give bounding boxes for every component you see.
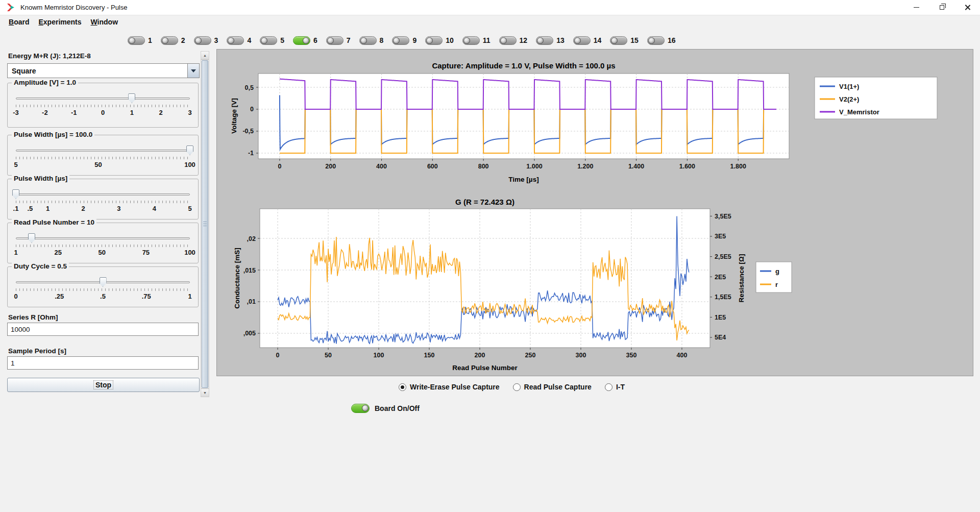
slider-thumb[interactable] xyxy=(186,145,193,155)
slider-thumb[interactable] xyxy=(128,93,135,103)
svg-text:V_Memristor: V_Memristor xyxy=(839,108,879,116)
slider-track[interactable] xyxy=(16,237,190,239)
slider-thumb[interactable] xyxy=(12,189,19,199)
slider[interactable] xyxy=(16,145,190,156)
toggle-knob xyxy=(611,37,618,44)
slider-track[interactable] xyxy=(16,97,190,100)
radio-option-3[interactable]: I-T xyxy=(605,383,625,391)
slider[interactable] xyxy=(16,189,190,200)
slider[interactable] xyxy=(16,277,190,287)
channel-switch-8[interactable]: 8 xyxy=(359,36,384,45)
switch-label: 10 xyxy=(446,36,454,44)
channel-switch-3[interactable]: 3 xyxy=(194,36,218,45)
slider-track[interactable] xyxy=(16,193,190,196)
menu-window[interactable]: Window xyxy=(86,16,123,28)
svg-text:-0,5: -0,5 xyxy=(242,128,254,135)
slider-labels: 1255075100 xyxy=(16,249,190,258)
radio-circle[interactable] xyxy=(605,383,612,391)
restore-button[interactable] xyxy=(929,0,954,15)
channel-switch-7[interactable]: 7 xyxy=(326,36,351,45)
left-panel: Energy M+R (J): 1,212E-8 Square Series R… xyxy=(7,51,200,394)
toggle-pill[interactable] xyxy=(392,36,409,45)
slider-ticks xyxy=(16,105,190,107)
toggle-pill[interactable] xyxy=(425,36,443,45)
slider-thumb[interactable] xyxy=(28,233,35,243)
toggle-knob xyxy=(362,405,369,411)
slider-group-title: Read Pulse Number = 10 xyxy=(12,218,96,226)
channel-switch-5[interactable]: 5 xyxy=(260,36,284,45)
channel-switch-16[interactable]: 16 xyxy=(647,36,676,45)
toggle-pill[interactable] xyxy=(326,36,344,45)
scrollbar-thumb[interactable] xyxy=(202,60,208,388)
channel-switch-14[interactable]: 14 xyxy=(573,36,602,45)
dropdown-arrow-button[interactable] xyxy=(187,64,199,78)
toggle-pill[interactable] xyxy=(359,36,377,45)
channel-switch-11[interactable]: 11 xyxy=(462,36,491,45)
board-onoff-toggle[interactable] xyxy=(351,404,370,413)
window-title: Knowm Memristor Discovery - Pulse xyxy=(20,4,128,11)
menu-experiments[interactable]: Experiments xyxy=(34,16,86,28)
close-button[interactable] xyxy=(954,0,980,15)
scroll-up-button[interactable]: ▲ xyxy=(201,52,209,60)
channel-switch-6[interactable]: 6 xyxy=(293,36,317,45)
channel-switch-2[interactable]: 2 xyxy=(161,36,185,45)
svg-text:200: 200 xyxy=(325,163,336,170)
toggle-pill[interactable] xyxy=(260,36,277,45)
svg-text:V1(1+): V1(1+) xyxy=(839,83,859,90)
slider[interactable] xyxy=(16,93,190,104)
toggle-pill[interactable] xyxy=(161,36,178,45)
menu-board[interactable]: Board xyxy=(4,16,34,28)
svg-text:300: 300 xyxy=(576,352,586,359)
channel-switch-1[interactable]: 1 xyxy=(128,36,152,45)
switch-label: 8 xyxy=(380,36,384,44)
toggle-pill[interactable] xyxy=(462,36,480,45)
channel-switch-10[interactable]: 10 xyxy=(425,36,454,45)
slider[interactable] xyxy=(16,233,190,243)
radio-circle[interactable] xyxy=(513,383,521,391)
toggle-pill[interactable] xyxy=(499,36,517,45)
radio-option-2[interactable]: Read Pulse Capture xyxy=(513,383,592,391)
sample-period-label: Sample Period [s] xyxy=(8,347,66,355)
slider-track[interactable] xyxy=(16,150,190,152)
svg-text:400: 400 xyxy=(677,352,688,359)
capture-chart-title: Capture: Amplitude = 1.0 V, Pulse Width … xyxy=(432,61,615,70)
chart-panel: Capture: Amplitude = 1.0 V, Pulse Width … xyxy=(216,49,973,376)
radio-circle[interactable] xyxy=(399,383,406,391)
svg-text:1.200: 1.200 xyxy=(577,163,593,170)
waveform-select[interactable]: Square xyxy=(7,63,200,78)
series-r-input[interactable] xyxy=(7,323,199,336)
toggle-pill[interactable] xyxy=(647,36,665,45)
toggle-pill[interactable] xyxy=(293,36,310,45)
radio-label: Read Pulse Capture xyxy=(524,383,592,391)
toggle-knob xyxy=(537,37,544,44)
slider-labels: -3-2-10123 xyxy=(16,109,190,118)
sample-period-input[interactable] xyxy=(7,356,199,370)
toggle-pill[interactable] xyxy=(128,36,145,45)
channel-switch-9[interactable]: 9 xyxy=(392,36,416,45)
svg-text:1,5E5: 1,5E5 xyxy=(715,294,731,301)
svg-text:1.800: 1.800 xyxy=(730,163,746,170)
svg-text:100: 100 xyxy=(374,352,384,359)
series-r-label: Series R [Ohm] xyxy=(8,313,58,321)
scrollbar-grip xyxy=(203,222,207,227)
slider-ticks xyxy=(16,157,190,159)
toggle-pill[interactable] xyxy=(536,36,553,45)
toggle-pill[interactable] xyxy=(573,36,591,45)
toggle-pill[interactable] xyxy=(227,36,244,45)
slider-thumb[interactable] xyxy=(100,277,107,287)
gr-chart-title: G (R = 72.423 Ω) xyxy=(455,198,514,206)
toggle-pill[interactable] xyxy=(610,36,627,45)
radio-option-1[interactable]: Write-Erase Pulse Capture xyxy=(399,383,500,391)
toggle-knob xyxy=(261,37,267,44)
slider-ticks xyxy=(16,201,190,203)
minimize-button[interactable] xyxy=(903,0,929,15)
vertical-scrollbar[interactable]: ▲ ▼ xyxy=(201,51,209,397)
channel-switch-13[interactable]: 13 xyxy=(536,36,565,45)
channel-switch-15[interactable]: 15 xyxy=(610,36,639,45)
slider-labels: 0.25.5.751 xyxy=(16,292,190,302)
svg-text:Read Pulse Number: Read Pulse Number xyxy=(452,364,518,372)
toggle-pill[interactable] xyxy=(194,36,211,45)
channel-switch-4[interactable]: 4 xyxy=(227,36,251,45)
switch-label: 5 xyxy=(280,36,284,44)
channel-switch-12[interactable]: 12 xyxy=(499,36,528,45)
